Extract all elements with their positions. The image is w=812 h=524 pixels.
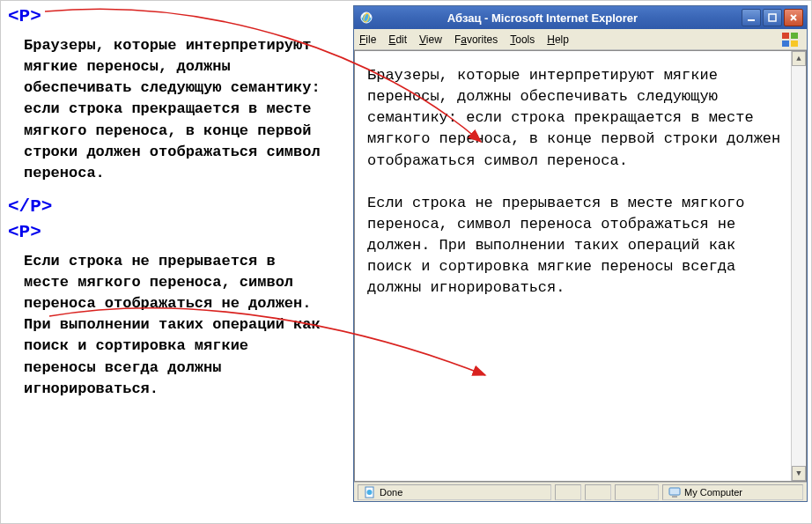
source-code-panel: <P> Браузеры, которые интерпретируют мяг… — [1, 1, 336, 405]
browser-viewport: Браузеры, которые интерпретируют мягкие … — [354, 50, 807, 482]
windows-logo-icon — [777, 29, 805, 50]
scroll-down-button[interactable]: ▼ — [792, 466, 806, 481]
vertical-scrollbar[interactable]: ▲ ▼ — [791, 51, 806, 481]
svg-rect-2 — [748, 19, 755, 21]
close-button[interactable] — [784, 9, 803, 26]
scroll-track[interactable] — [792, 66, 806, 466]
rendered-paragraph-2: Если строка не прерывается в месте мягко… — [367, 193, 783, 299]
window-title: Абзац - Microsoft Internet Explorer — [343, 11, 742, 25]
menu-view[interactable]: View — [419, 33, 442, 46]
svg-rect-10 — [669, 488, 680, 495]
status-zone: My Computer — [662, 484, 803, 500]
svg-rect-3 — [769, 14, 776, 21]
source-paragraph-2: Если строка не прерывается в месте мягко… — [24, 251, 327, 400]
menubar: File Edit View Favorites Tools Help — [354, 29, 807, 50]
status-zone-label: My Computer — [684, 487, 742, 498]
menu-file[interactable]: File — [359, 33, 376, 46]
status-done-label: Done — [380, 487, 402, 498]
html-tag-p-close: </P> — [8, 196, 327, 217]
menu-help[interactable]: Help — [547, 33, 569, 46]
menu-edit[interactable]: Edit — [388, 33, 407, 46]
maximize-button[interactable] — [763, 9, 782, 26]
scroll-up-button[interactable]: ▲ — [792, 51, 806, 66]
html-tag-p-open: <P> — [8, 6, 327, 26]
menu-favorites[interactable]: Favorites — [454, 33, 498, 46]
window-controls — [742, 9, 803, 26]
rendered-paragraph-1: Браузеры, которые интерпретируют мягкие … — [367, 65, 783, 172]
computer-icon — [668, 486, 681, 498]
status-done: Done — [358, 484, 551, 500]
svg-rect-6 — [782, 41, 789, 47]
statusbar: Done My Computer — [354, 482, 807, 501]
page-icon — [364, 486, 376, 498]
svg-rect-7 — [791, 41, 798, 47]
svg-point-9 — [367, 490, 373, 495]
svg-rect-4 — [782, 33, 789, 39]
page-content: Браузеры, которые интерпретируют мягкие … — [355, 51, 806, 328]
status-empty-2 — [585, 484, 611, 500]
titlebar: Абзац - Microsoft Internet Explorer — [354, 6, 807, 29]
svg-rect-11 — [672, 496, 677, 498]
source-paragraph-1: Браузеры, которые интерпретируют мягкие … — [24, 35, 327, 184]
minimize-button[interactable] — [742, 9, 761, 26]
menu-tools[interactable]: Tools — [510, 33, 535, 46]
status-empty-1 — [555, 484, 581, 500]
ie-window: Абзац - Microsoft Internet Explorer File… — [353, 5, 808, 502]
html-tag-p-open-2: <P> — [8, 222, 327, 242]
svg-rect-5 — [791, 33, 798, 39]
status-spacer — [615, 484, 659, 500]
